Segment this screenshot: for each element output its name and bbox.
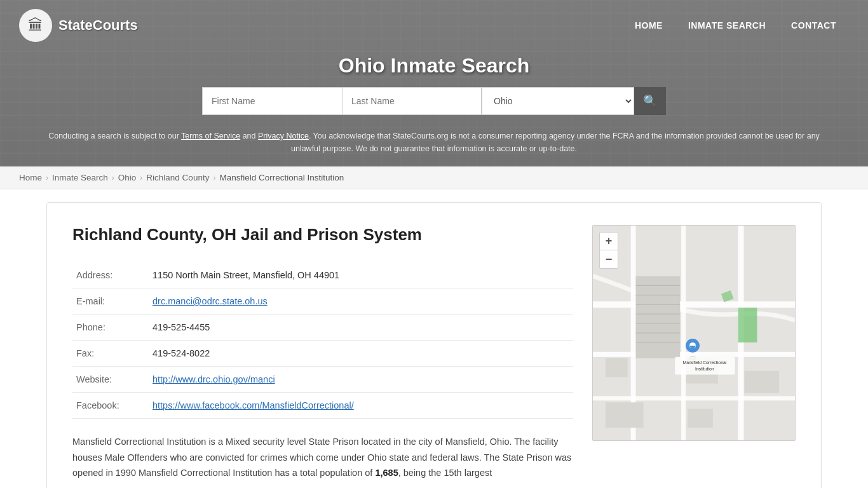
breadcrumb-sep-1: ›	[46, 173, 48, 182]
svg-rect-5	[681, 226, 686, 440]
breadcrumb-home[interactable]: Home	[19, 173, 42, 182]
breadcrumb-county[interactable]: Richland County	[146, 173, 209, 182]
svg-rect-20	[606, 402, 644, 428]
email-value: drc.manci@odrc.state.oh.us	[149, 288, 573, 315]
svg-text:Mansfield Correctional: Mansfield Correctional	[682, 360, 726, 365]
zoom-out-button[interactable]: −	[600, 250, 618, 268]
svg-rect-3	[593, 396, 795, 400]
breadcrumb-sep-2: ›	[112, 173, 114, 182]
breadcrumb-current: Mansfield Correctional Institution	[219, 173, 344, 182]
facebook-value: https://www.facebook.com/MansfieldCorrec…	[149, 393, 573, 419]
address-row: Address: 1150 North Main Street, Mansfie…	[72, 262, 573, 288]
content-right: Mansfield Correctional Institution + −	[592, 225, 796, 481]
main-wrapper: Richland County, OH Jail and Prison Syst…	[27, 189, 841, 488]
nav-inmate-search[interactable]: INMATE SEARCH	[675, 0, 778, 51]
svg-rect-18	[745, 371, 780, 393]
search-icon: 🔍	[643, 94, 657, 108]
svg-text:Institution: Institution	[695, 367, 714, 371]
facebook-link[interactable]: https://www.facebook.com/MansfieldCorrec…	[153, 400, 354, 410]
phone-row: Phone: 419-525-4455	[72, 315, 573, 341]
hero-section: 🏛 StateCourts HOME INMATE SEARCH CONTACT…	[0, 0, 868, 166]
page-title-area: Ohio Inmate Search	[0, 51, 868, 87]
phone-value: 419-525-4455	[149, 315, 573, 341]
search-bar: Select State Alabama Alaska Arizona Arka…	[0, 87, 868, 125]
address-label: Address:	[72, 262, 149, 288]
website-value: http://www.drc.ohio.gov/manci	[149, 367, 573, 393]
terms-of-service-link[interactable]: Terms of Service	[181, 132, 240, 140]
map-svg: Mansfield Correctional Institution	[593, 226, 795, 440]
address-value: 1150 North Main Street, Mansfield, OH 44…	[149, 262, 573, 288]
facility-description: Mansfield Correctional Institution is a …	[72, 434, 573, 481]
fax-value: 419-524-8022	[149, 341, 573, 367]
privacy-notice-link[interactable]: Privacy Notice	[258, 132, 309, 140]
svg-rect-19	[606, 358, 628, 377]
facebook-label: Facebook:	[72, 393, 149, 419]
content-left: Richland County, OH Jail and Prison Syst…	[72, 225, 573, 481]
nav-contact[interactable]: CONTACT	[778, 0, 849, 51]
logo-link[interactable]: 🏛 StateCourts	[19, 9, 138, 42]
phone-label: Phone:	[72, 315, 149, 341]
website-row: Website: http://www.drc.ohio.gov/manci	[72, 367, 573, 393]
breadcrumb-inmate-search[interactable]: Inmate Search	[52, 173, 108, 182]
last-name-input[interactable]	[342, 87, 482, 115]
svg-rect-21	[688, 409, 713, 428]
fax-label: Fax:	[72, 341, 149, 367]
zoom-in-button[interactable]: +	[600, 233, 618, 250]
breadcrumb-sep-4: ›	[213, 173, 215, 182]
nav-home[interactable]: HOME	[622, 0, 675, 51]
disclaimer: Conducting a search is subject to our Te…	[0, 125, 868, 166]
breadcrumb-state[interactable]: Ohio	[118, 173, 137, 182]
svg-rect-2	[593, 352, 795, 357]
breadcrumb: Home › Inmate Search › Ohio › Richland C…	[0, 166, 868, 189]
svg-rect-1	[593, 301, 795, 308]
state-select[interactable]: Select State Alabama Alaska Arizona Arka…	[482, 87, 634, 115]
breadcrumb-sep-3: ›	[140, 173, 142, 182]
svg-rect-15	[738, 308, 757, 342]
email-label: E-mail:	[72, 288, 149, 315]
facebook-row: Facebook: https://www.facebook.com/Mansf…	[72, 393, 573, 419]
fax-row: Fax: 419-524-8022	[72, 341, 573, 367]
svg-rect-7	[636, 276, 681, 358]
website-label: Website:	[72, 367, 149, 393]
top-navigation: 🏛 StateCourts HOME INMATE SEARCH CONTACT	[0, 0, 868, 51]
search-button[interactable]: 🔍	[634, 87, 666, 115]
logo-text: StateCourts	[58, 17, 138, 34]
email-row: E-mail: drc.manci@odrc.state.oh.us	[72, 288, 573, 315]
map-zoom-controls: + −	[599, 232, 618, 269]
website-link[interactable]: http://www.drc.ohio.gov/manci	[153, 374, 275, 384]
info-table: Address: 1150 North Main Street, Mansfie…	[72, 262, 573, 419]
logo-icon: 🏛	[19, 9, 52, 42]
page-title: Ohio Inmate Search	[0, 54, 868, 78]
first-name-input[interactable]	[202, 87, 342, 115]
email-link[interactable]: drc.manci@odrc.state.oh.us	[153, 296, 268, 306]
nav-links: HOME INMATE SEARCH CONTACT	[622, 0, 849, 51]
facility-title: Richland County, OH Jail and Prison Syst…	[72, 225, 573, 245]
content-card: Richland County, OH Jail and Prison Syst…	[46, 202, 822, 488]
map-container: Mansfield Correctional Institution + −	[592, 225, 796, 441]
